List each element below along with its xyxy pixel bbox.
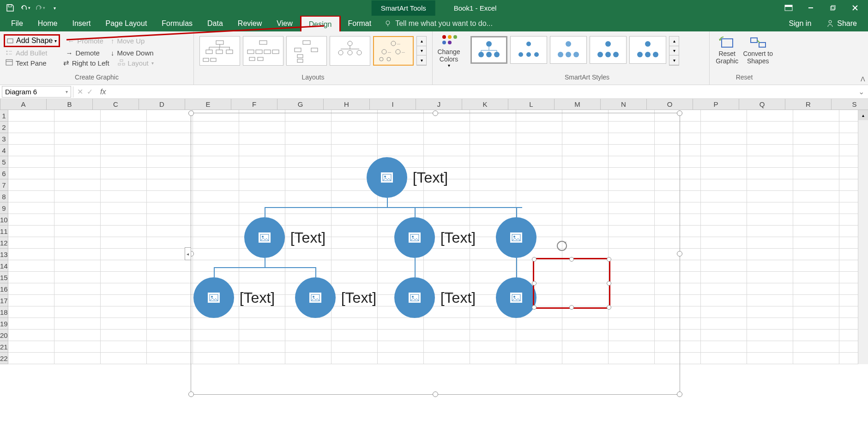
- row-header[interactable]: 2: [0, 122, 8, 133]
- style-option-2[interactable]: [510, 36, 547, 64]
- tab-home[interactable]: Home: [30, 16, 65, 31]
- save-icon[interactable]: [4, 1, 17, 14]
- tell-me-search[interactable]: Tell me what you want to do...: [379, 16, 498, 31]
- tab-file[interactable]: File: [4, 16, 30, 31]
- column-header[interactable]: D: [139, 99, 185, 110]
- node-text-placeholder[interactable]: [Text]: [341, 289, 376, 306]
- text-pane-toggle[interactable]: ◂: [185, 247, 191, 260]
- row-header[interactable]: 18: [0, 306, 8, 318]
- restore-icon[interactable]: [824, 1, 842, 15]
- resize-handle[interactable]: [532, 257, 536, 262]
- column-header[interactable]: F: [231, 99, 277, 110]
- add-bullet-button[interactable]: Add Bullet: [6, 49, 47, 57]
- node-circle[interactable]: [295, 277, 336, 318]
- resize-handle[interactable]: [607, 305, 611, 310]
- row-header[interactable]: 9: [0, 202, 8, 214]
- tab-data[interactable]: Data: [200, 16, 230, 31]
- tab-view[interactable]: View: [269, 16, 300, 31]
- column-header[interactable]: B: [47, 99, 93, 110]
- picture-placeholder-icon[interactable]: [510, 292, 523, 303]
- layout-option-2[interactable]: [243, 36, 283, 66]
- column-header[interactable]: C: [93, 99, 139, 110]
- layout-option-5-selected[interactable]: ———: [373, 36, 414, 66]
- smartart-node[interactable]: [496, 217, 536, 258]
- node-circle[interactable]: [496, 217, 536, 258]
- layout-button[interactable]: Layout ▾: [118, 59, 154, 67]
- row-header[interactable]: 1: [0, 110, 8, 122]
- undo-icon[interactable]: ▾: [18, 1, 31, 14]
- close-icon[interactable]: [846, 1, 864, 15]
- resize-handle[interactable]: [677, 251, 682, 257]
- smartart-node[interactable]: [496, 277, 536, 318]
- fx-icon[interactable]: fx: [96, 88, 109, 96]
- resize-handle[interactable]: [188, 110, 194, 116]
- smartart-node[interactable]: [Text]: [244, 217, 326, 258]
- node-circle[interactable]: [367, 157, 407, 198]
- change-colors-button[interactable]: Change Colors ▾: [433, 31, 465, 85]
- row-header[interactable]: 12: [0, 237, 8, 249]
- row-header[interactable]: 21: [0, 341, 8, 353]
- promote-button[interactable]: ← Promote: [67, 37, 103, 45]
- row-header[interactable]: 17: [0, 295, 8, 306]
- node-text-placeholder[interactable]: [Text]: [290, 229, 326, 246]
- ribbon-display-icon[interactable]: [779, 1, 798, 15]
- demote-button[interactable]: → Demote: [66, 49, 100, 57]
- cancel-icon[interactable]: ✕: [77, 87, 83, 96]
- move-down-button[interactable]: ↓ Move Down: [111, 49, 154, 57]
- add-shape-button[interactable]: Add Shape ▾: [4, 34, 60, 47]
- cells-grid[interactable]: ◂ [Text][Text][Text][Text][Text][Text]: [8, 110, 868, 364]
- redo-icon[interactable]: ▾: [33, 1, 46, 14]
- resize-handle[interactable]: [532, 305, 536, 310]
- column-header[interactable]: Q: [739, 99, 785, 110]
- column-header[interactable]: E: [185, 99, 231, 110]
- resize-handle[interactable]: [677, 391, 682, 397]
- picture-placeholder-icon[interactable]: [510, 232, 523, 243]
- name-box[interactable]: Diagram 6 ▾: [2, 86, 71, 98]
- node-circle[interactable]: [244, 217, 285, 258]
- smartart-node[interactable]: [Text]: [193, 277, 275, 318]
- smartart-node[interactable]: [Text]: [367, 157, 448, 198]
- convert-shapes-button[interactable]: Convert to Shapes: [742, 35, 773, 65]
- layout-option-3[interactable]: [286, 36, 327, 66]
- column-header[interactable]: J: [416, 99, 462, 110]
- style-option-3[interactable]: [550, 36, 587, 64]
- tab-design[interactable]: Design: [300, 15, 341, 32]
- column-header[interactable]: K: [462, 99, 508, 110]
- row-header[interactable]: 6: [0, 168, 8, 179]
- picture-placeholder-icon[interactable]: [207, 292, 220, 303]
- tab-review[interactable]: Review: [230, 16, 269, 31]
- row-header[interactable]: 22: [0, 353, 8, 364]
- style-option-5[interactable]: [629, 36, 666, 64]
- styles-gallery-more[interactable]: ▴▾▾: [669, 36, 679, 66]
- minimize-icon[interactable]: [802, 1, 820, 15]
- column-header[interactable]: H: [324, 99, 370, 110]
- resize-handle[interactable]: [433, 391, 438, 397]
- picture-placeholder-icon[interactable]: [258, 232, 271, 243]
- signin-button[interactable]: Sign in: [781, 16, 819, 31]
- column-header[interactable]: P: [693, 99, 739, 110]
- row-header[interactable]: 20: [0, 330, 8, 341]
- scroll-up-icon[interactable]: ▴: [858, 110, 868, 120]
- layouts-gallery-more[interactable]: ▴▾▾: [416, 36, 427, 66]
- row-header[interactable]: 14: [0, 260, 8, 272]
- node-text-placeholder[interactable]: [Text]: [440, 229, 476, 246]
- row-header[interactable]: 8: [0, 191, 8, 202]
- row-header[interactable]: 4: [0, 145, 8, 156]
- smartart-canvas[interactable]: ◂ [Text][Text][Text][Text][Text][Text]: [191, 113, 680, 395]
- row-header[interactable]: 7: [0, 179, 8, 191]
- style-option-4[interactable]: [590, 36, 627, 64]
- picture-placeholder-icon[interactable]: [309, 292, 322, 303]
- resize-handle[interactable]: [677, 110, 682, 116]
- share-button[interactable]: Share: [819, 16, 864, 31]
- tab-insert[interactable]: Insert: [65, 16, 98, 31]
- rotate-handle-icon[interactable]: [555, 239, 569, 253]
- new-shape-selected[interactable]: [533, 258, 610, 309]
- column-header[interactable]: N: [601, 99, 647, 110]
- layout-option-1[interactable]: [199, 36, 240, 66]
- node-circle[interactable]: [394, 217, 435, 258]
- picture-placeholder-icon[interactable]: [408, 232, 421, 243]
- column-header[interactable]: G: [277, 99, 324, 110]
- resize-handle[interactable]: [607, 257, 611, 262]
- resize-handle[interactable]: [569, 257, 574, 262]
- style-option-1-selected[interactable]: [470, 36, 507, 64]
